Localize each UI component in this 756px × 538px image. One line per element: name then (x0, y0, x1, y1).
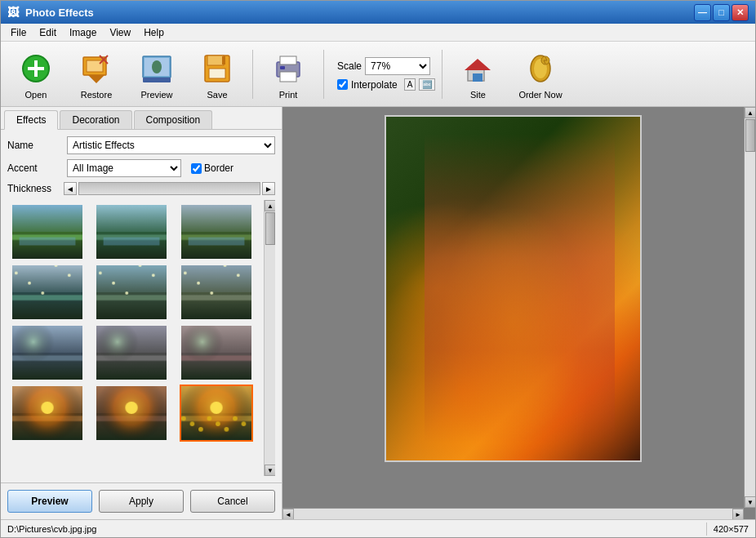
thumbnails-scroll[interactable] (7, 200, 264, 476)
thumbnail-10[interactable] (11, 385, 84, 442)
thumb-canvas-1 (12, 205, 82, 259)
bottom-buttons: Preview Apply Cancel (1, 482, 282, 519)
preview-area: ▲ ▼ ◄ ► (282, 107, 755, 519)
accent-row: Accent All Image Center Edge Border (7, 159, 275, 177)
preview-scroll-down[interactable]: ▼ (745, 496, 755, 508)
window-title: Photo Effects (25, 7, 94, 19)
thumbnails-scrollbar: ▲ ▼ (264, 200, 275, 476)
open-icon (16, 49, 56, 88)
preview-scroll-up[interactable]: ▲ (745, 107, 755, 118)
name-label: Name (7, 140, 60, 151)
preview-scrollbar-h: ◄ ► (282, 508, 744, 519)
interpolate-label: Interpolate (351, 79, 398, 91)
name-select[interactable]: Artistic Effects Blur Effects Color Effe… (67, 136, 275, 154)
preview-scroll-track-h[interactable] (294, 509, 732, 519)
thumbnail-1[interactable] (11, 203, 84, 260)
scale-row: Scale 77% 50% 100% 125% 150% (337, 57, 435, 75)
main-window: 🖼 Photo Effects — □ ✕ File Edit Image Vi… (0, 0, 756, 538)
scroll-track[interactable] (265, 211, 275, 465)
order-icon (521, 49, 560, 88)
interpolate-row: Interpolate A 🔤 (337, 78, 435, 91)
slider-track[interactable] (78, 182, 260, 195)
thumbnail-8[interactable] (95, 324, 168, 381)
border-checkbox[interactable] (191, 163, 202, 174)
tab-composition[interactable]: Composition (134, 110, 213, 129)
menu-edit[interactable]: Edit (33, 25, 63, 40)
menu-help[interactable]: Help (137, 25, 171, 40)
thickness-row: Thickness ◄ ► (7, 182, 275, 195)
svg-rect-15 (222, 56, 225, 64)
svg-marker-21 (465, 59, 491, 70)
preview-action-button[interactable]: Preview (7, 490, 92, 513)
tab-decoration[interactable]: Decoration (60, 110, 131, 129)
close-button[interactable]: ✕ (732, 4, 749, 21)
window-controls: — □ ✕ (694, 4, 749, 21)
thumb-canvas-7 (12, 326, 82, 380)
preview-icon (137, 49, 176, 88)
thumbnail-3[interactable] (180, 203, 253, 260)
preview-scroll-right[interactable]: ► (732, 509, 744, 519)
tab-effects[interactable]: Effects (4, 110, 58, 130)
print-button[interactable]: Print (260, 45, 317, 104)
font-icon-button[interactable]: 🔤 (419, 78, 435, 91)
thumb-canvas-2 (96, 205, 167, 259)
save-label: Save (207, 90, 227, 100)
scroll-up-btn[interactable]: ▲ (265, 200, 275, 211)
thumbnail-6[interactable] (180, 264, 253, 321)
svg-rect-19 (280, 66, 285, 69)
menu-view[interactable]: View (103, 25, 137, 40)
thumbnail-7[interactable] (11, 324, 84, 381)
site-button[interactable]: Site (449, 45, 506, 104)
menu-file[interactable]: File (4, 25, 33, 40)
site-icon (458, 49, 497, 88)
slider-decrease[interactable]: ◄ (64, 182, 77, 195)
scroll-thumb[interactable] (265, 212, 275, 245)
preview-scroll-track-v[interactable] (745, 118, 755, 496)
font-a-button[interactable]: A (404, 78, 416, 91)
svg-marker-4 (88, 75, 105, 83)
scale-select[interactable]: 77% 50% 100% 125% 150% (365, 57, 430, 75)
open-button[interactable]: Open (7, 45, 64, 104)
thumb-canvas-5 (96, 265, 167, 319)
minimize-button[interactable]: — (694, 4, 711, 21)
thumbnail-12[interactable] (180, 385, 253, 442)
accent-select[interactable]: All Image Center Edge (67, 159, 181, 177)
statusbar-divider (706, 522, 707, 536)
statusbar-filepath: D:\Pictures\cvb.jpg.jpg (7, 524, 700, 534)
toolbar-divider-1 (252, 50, 253, 99)
preview-button[interactable]: Preview (128, 45, 185, 104)
statusbar: D:\Pictures\cvb.jpg.jpg 420×577 (1, 519, 755, 537)
preview-scroll-thumb-v[interactable] (745, 119, 755, 152)
thumb-canvas-10 (12, 386, 82, 440)
thumbnail-11[interactable] (95, 385, 168, 442)
apply-button[interactable]: Apply (99, 490, 184, 513)
thumbnail-5[interactable] (95, 264, 168, 321)
thumbnail-2[interactable] (95, 203, 168, 260)
main-content: Effects Decoration Composition Name Arti… (1, 107, 755, 519)
menu-image[interactable]: Image (63, 25, 103, 40)
thumb-canvas-3 (181, 205, 251, 259)
restore-button[interactable]: Restore (68, 45, 125, 104)
save-button[interactable]: Save (189, 45, 246, 104)
svg-rect-13 (207, 56, 224, 65)
thumb-canvas-11 (96, 386, 167, 440)
thumbnail-9[interactable] (180, 324, 253, 381)
thumbnails-area: ▲ ▼ (7, 200, 275, 476)
svg-rect-17 (280, 56, 296, 64)
maximize-button[interactable]: □ (713, 4, 730, 21)
scale-controls: Scale 77% 50% 100% 125% 150% Interpolate… (337, 57, 435, 91)
thumbnails-grid (11, 203, 260, 442)
border-label: Border (204, 162, 233, 174)
scroll-down-btn[interactable]: ▼ (265, 465, 275, 476)
slider-increase[interactable]: ► (262, 182, 275, 195)
statusbar-dimensions: 420×577 (714, 524, 749, 534)
order-button[interactable]: Order Now (509, 45, 571, 104)
interpolate-checkbox[interactable] (337, 79, 348, 90)
figure-overlay (425, 134, 615, 443)
thumb-canvas-8 (96, 326, 167, 380)
preview-scroll-left[interactable]: ◄ (282, 509, 294, 519)
print-label: Print (279, 90, 298, 100)
cancel-button[interactable]: Cancel (190, 490, 275, 513)
thumbnail-4[interactable] (11, 264, 84, 321)
menubar: File Edit Image View Help (1, 24, 755, 42)
